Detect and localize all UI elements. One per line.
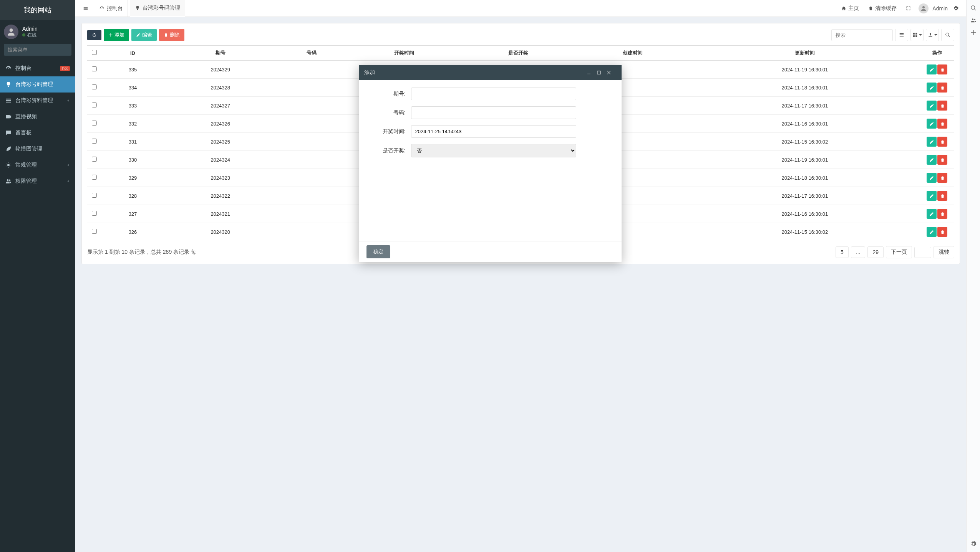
- tab-lottery-number[interactable]: 台湾彩号码管理: [130, 0, 185, 17]
- column-header[interactable]: 期号: [164, 45, 277, 61]
- row-delete-button[interactable]: [937, 83, 947, 93]
- cell-code: [276, 79, 347, 97]
- delete-button-label: 删除: [170, 31, 180, 38]
- maximize-icon[interactable]: [596, 70, 606, 75]
- search-input[interactable]: [831, 29, 893, 41]
- topbar-avatar[interactable]: [919, 3, 929, 13]
- row-delete-button[interactable]: [937, 155, 947, 165]
- bell-icon: [5, 81, 12, 88]
- columns-toggle-button[interactable]: [895, 29, 908, 41]
- row-edit-button[interactable]: [927, 173, 937, 183]
- cell-update: 2024-11-18 16:30:01: [690, 169, 920, 187]
- rail-add-icon[interactable]: [969, 28, 978, 37]
- input-open-time[interactable]: [411, 125, 576, 138]
- table-info: 显示第 1 到第 10 条记录，总共 289 条记录 每: [87, 249, 196, 256]
- svg-rect-8: [915, 33, 917, 35]
- row-delete-button[interactable]: [937, 137, 947, 147]
- row-edit-button[interactable]: [927, 101, 937, 111]
- row-edit-button[interactable]: [927, 83, 937, 93]
- search-button[interactable]: [941, 29, 954, 41]
- add-button[interactable]: 添加: [104, 29, 129, 41]
- ok-button[interactable]: 确定: [366, 245, 390, 258]
- sidebar-item-3[interactable]: 直播视频: [0, 109, 75, 125]
- tab-dashboard[interactable]: 控制台: [95, 0, 128, 17]
- column-header[interactable]: 是否开奖: [461, 45, 576, 61]
- cell-id: 332: [101, 115, 164, 133]
- page-next[interactable]: 下一页: [886, 246, 912, 258]
- checkbox-row[interactable]: [92, 102, 97, 107]
- page-jump-button[interactable]: 跳转: [934, 246, 954, 258]
- comment-icon: [5, 130, 12, 136]
- rail-search-icon[interactable]: [969, 4, 978, 12]
- row-delete-button[interactable]: [937, 227, 947, 237]
- settings-button[interactable]: [949, 3, 962, 13]
- checkbox-all[interactable]: [92, 50, 97, 55]
- home-button[interactable]: 主页: [837, 3, 863, 14]
- row-delete-button[interactable]: [937, 64, 947, 74]
- checkbox-row[interactable]: [92, 66, 97, 71]
- input-code[interactable]: [411, 106, 576, 119]
- row-delete-button[interactable]: [937, 101, 947, 111]
- row-edit-button[interactable]: [927, 137, 937, 147]
- modal-title: 添加: [364, 69, 586, 76]
- page-dots[interactable]: ...: [851, 246, 866, 258]
- row-delete-button[interactable]: [937, 209, 947, 219]
- page-29[interactable]: 29: [867, 246, 884, 258]
- view-toggle-button[interactable]: [910, 29, 924, 41]
- close-icon[interactable]: [606, 70, 616, 75]
- rail-settings-icon[interactable]: [969, 540, 978, 548]
- sidebar-item-0[interactable]: 控制台hot: [0, 60, 75, 76]
- column-header[interactable]: ID: [101, 45, 164, 61]
- sidebar-item-5[interactable]: 轮播图管理: [0, 141, 75, 157]
- checkbox-row[interactable]: [92, 175, 97, 180]
- hamburger-button[interactable]: [79, 3, 92, 13]
- page-jump-input[interactable]: [914, 247, 931, 258]
- column-header[interactable]: 更新时间: [690, 45, 920, 61]
- clear-cache-button[interactable]: 清除缓存: [864, 3, 900, 14]
- label-period: 期号:: [370, 91, 411, 98]
- search-menu[interactable]: [4, 44, 71, 56]
- row-edit-button[interactable]: [927, 191, 937, 201]
- cogs-icon: [5, 162, 12, 168]
- row-edit-button[interactable]: [927, 155, 937, 165]
- row-delete-button[interactable]: [937, 191, 947, 201]
- export-button[interactable]: [926, 29, 939, 41]
- sidebar-item-6[interactable]: 常规管理: [0, 157, 75, 173]
- search-menu-input[interactable]: [4, 44, 71, 56]
- refresh-button[interactable]: [87, 30, 101, 40]
- badge-hot: hot: [60, 66, 70, 71]
- row-edit-button[interactable]: [927, 64, 937, 74]
- sidebar-item-2[interactable]: 台湾彩资料管理: [0, 93, 75, 109]
- svg-point-1: [7, 179, 8, 181]
- sidebar-item-1[interactable]: 台湾彩号码管理: [0, 76, 75, 93]
- row-edit-button[interactable]: [927, 227, 937, 237]
- edit-button[interactable]: 编辑: [131, 29, 157, 41]
- checkbox-row[interactable]: [92, 121, 97, 126]
- minimize-icon[interactable]: [586, 70, 596, 75]
- row-delete-button[interactable]: [937, 119, 947, 129]
- checkbox-row[interactable]: [92, 211, 97, 216]
- chevron-left-icon: [66, 179, 70, 183]
- column-header[interactable]: 号码: [276, 45, 347, 61]
- rail-users-icon[interactable]: [969, 16, 978, 25]
- column-header[interactable]: 开奖时间: [347, 45, 461, 61]
- row-edit-button[interactable]: [927, 209, 937, 219]
- checkbox-row[interactable]: [92, 229, 97, 234]
- checkbox-row[interactable]: [92, 139, 97, 144]
- select-is-draw[interactable]: 否: [411, 144, 576, 157]
- checkbox-row[interactable]: [92, 193, 97, 198]
- row-delete-button[interactable]: [937, 173, 947, 183]
- fullscreen-button[interactable]: [902, 3, 915, 13]
- column-header[interactable]: 操作: [920, 45, 954, 61]
- sidebar-item-7[interactable]: 权限管理: [0, 173, 75, 189]
- svg-rect-4: [900, 33, 904, 34]
- checkbox-row[interactable]: [92, 157, 97, 162]
- page-5[interactable]: 5: [836, 246, 849, 258]
- checkbox-row[interactable]: [92, 84, 97, 89]
- row-edit-button[interactable]: [927, 119, 937, 129]
- column-header[interactable]: 创建时间: [575, 45, 690, 61]
- input-period[interactable]: [411, 88, 576, 100]
- topbar-username: Admin: [932, 5, 948, 12]
- sidebar-item-4[interactable]: 留言板: [0, 125, 75, 141]
- delete-button[interactable]: 删除: [159, 29, 184, 41]
